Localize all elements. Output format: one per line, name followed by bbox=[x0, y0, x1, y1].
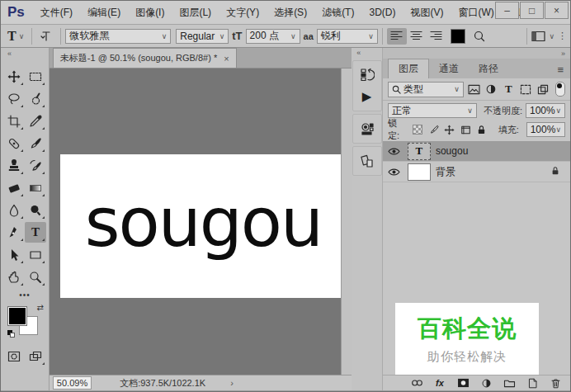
menu-layer[interactable]: 图层(L) bbox=[172, 2, 219, 24]
menu-view[interactable]: 视图(V) bbox=[403, 2, 451, 24]
eraser-tool[interactable] bbox=[3, 177, 25, 198]
text-layer-thumbnail[interactable]: T bbox=[408, 143, 431, 160]
options-overflow-icon[interactable]: ⋮ bbox=[558, 31, 567, 41]
history-panel-button[interactable] bbox=[356, 64, 378, 86]
add-layer-mask-button[interactable] bbox=[456, 377, 470, 389]
move-tool[interactable] bbox=[3, 66, 25, 87]
lock-artboard-button[interactable] bbox=[460, 124, 471, 136]
eyedropper-tool[interactable] bbox=[25, 111, 46, 131]
filter-adjustment-layers-button[interactable] bbox=[484, 83, 498, 97]
new-layer-button[interactable] bbox=[526, 377, 539, 389]
quick-selection-tool[interactable] bbox=[25, 88, 46, 109]
lock-transparency-button[interactable] bbox=[412, 124, 423, 136]
lock-pixels-button[interactable] bbox=[427, 124, 439, 136]
filter-smart-objects-button[interactable] bbox=[536, 83, 550, 97]
filter-type-layers-button[interactable]: T bbox=[502, 83, 516, 97]
menu-type[interactable]: 文字(Y) bbox=[219, 2, 267, 24]
default-colors-icon[interactable] bbox=[7, 330, 16, 338]
visibility-toggle[interactable] bbox=[386, 147, 403, 156]
menu-image[interactable]: 图像(I) bbox=[128, 2, 172, 24]
menu-filter[interactable]: 滤镜(T) bbox=[314, 2, 361, 24]
menu-file[interactable]: 文件(F) bbox=[33, 2, 80, 24]
actions-panel-button[interactable]: ▶ bbox=[356, 86, 378, 107]
document-canvas[interactable]: sougou bbox=[60, 154, 347, 298]
layer-row-sougou[interactable]: T sougou bbox=[383, 141, 570, 162]
quick-mask-button[interactable] bbox=[3, 346, 25, 366]
layer-name[interactable]: 背景 bbox=[436, 165, 550, 179]
clone-stamp-tool[interactable] bbox=[3, 155, 25, 176]
filter-pixel-layers-button[interactable] bbox=[467, 83, 481, 97]
font-size-select[interactable]: 200 点 ∨ bbox=[246, 29, 300, 44]
maximize-button[interactable]: □ bbox=[520, 2, 544, 19]
status-options-icon[interactable]: › bbox=[230, 378, 234, 388]
align-center-button[interactable] bbox=[407, 28, 427, 45]
history-brush-tool[interactable] bbox=[25, 155, 46, 176]
tab-layers[interactable]: 图层 bbox=[388, 59, 429, 78]
zoom-tool[interactable] bbox=[25, 267, 46, 287]
hand-tool[interactable] bbox=[3, 267, 25, 287]
path-selection-tool[interactable] bbox=[3, 244, 25, 265]
clone-source-panel-button[interactable] bbox=[356, 150, 378, 172]
filter-type-select[interactable]: 类型 ∨ bbox=[388, 82, 464, 97]
lock-position-button[interactable] bbox=[444, 124, 455, 136]
filter-shape-layers-button[interactable] bbox=[519, 83, 533, 97]
delete-layer-button[interactable] bbox=[549, 377, 562, 389]
font-style-select[interactable]: Regular ∨ bbox=[176, 29, 229, 44]
new-adjustment-layer-button[interactable] bbox=[479, 377, 493, 389]
swap-colors-icon[interactable]: ⇄ bbox=[37, 303, 44, 312]
layer-row-background[interactable]: 背景 bbox=[383, 162, 570, 182]
foreground-color-swatch[interactable] bbox=[7, 306, 27, 326]
font-family-select[interactable]: 微软雅黑 ∨ bbox=[65, 29, 171, 44]
background-layer-thumbnail[interactable] bbox=[408, 163, 431, 181]
text-color-swatch[interactable] bbox=[451, 29, 465, 44]
type-tool[interactable]: T bbox=[25, 222, 46, 243]
layer-name[interactable]: sougou bbox=[436, 145, 567, 157]
pen-tool[interactable] bbox=[3, 222, 25, 243]
edit-toolbar-button[interactable]: ••• bbox=[19, 290, 31, 300]
shape-tool[interactable] bbox=[25, 244, 46, 265]
marquee-tool[interactable] bbox=[25, 66, 46, 87]
fill-select[interactable]: 100% ∨ bbox=[526, 122, 565, 137]
blur-tool[interactable] bbox=[3, 200, 25, 220]
align-right-button[interactable] bbox=[427, 28, 446, 45]
filter-toggle-switch[interactable] bbox=[555, 82, 565, 97]
text-orientation-button[interactable] bbox=[36, 30, 56, 43]
crop-tool[interactable] bbox=[3, 111, 25, 131]
layer-style-button[interactable]: fx bbox=[433, 377, 446, 389]
anti-alias-select[interactable]: 锐利 ∨ bbox=[317, 29, 378, 44]
collapse-dock-icon[interactable]: » bbox=[561, 50, 565, 58]
opacity-select[interactable]: 100% ∨ bbox=[526, 103, 565, 118]
expand-panels-icon[interactable]: « bbox=[352, 48, 361, 58]
tab-paths[interactable]: 路径 bbox=[469, 59, 508, 78]
menu-3d[interactable]: 3D(D) bbox=[361, 2, 403, 24]
styles-panel-button[interactable] bbox=[356, 118, 378, 139]
tab-channels[interactable]: 通道 bbox=[429, 59, 469, 78]
collapse-tools-icon[interactable]: « bbox=[1, 48, 12, 59]
vertical-scrollbar[interactable] bbox=[341, 68, 352, 375]
brush-tool[interactable] bbox=[25, 133, 46, 153]
panel-menu-icon[interactable]: ≡ bbox=[557, 64, 564, 76]
canvas-pasteboard[interactable]: sougou bbox=[50, 68, 352, 375]
menu-edit[interactable]: 编辑(E) bbox=[80, 2, 128, 24]
toggle-panels-icon[interactable] bbox=[531, 31, 546, 42]
lasso-tool[interactable] bbox=[3, 88, 25, 109]
new-group-button[interactable] bbox=[503, 377, 516, 389]
tab-close-icon[interactable]: × bbox=[224, 54, 229, 64]
align-left-button[interactable] bbox=[387, 28, 407, 45]
visibility-toggle[interactable] bbox=[386, 168, 403, 177]
blend-mode-select[interactable]: 正常 ∨ bbox=[388, 103, 477, 118]
menu-select[interactable]: 选择(S) bbox=[267, 2, 314, 24]
minimize-button[interactable]: – bbox=[495, 2, 519, 19]
link-layers-button[interactable] bbox=[410, 377, 423, 389]
document-tab[interactable]: 未标题-1 @ 50.1% (sougou, RGB/8#) * × bbox=[53, 48, 237, 68]
warp-text-button[interactable] bbox=[470, 28, 489, 45]
gradient-tool[interactable] bbox=[25, 177, 46, 198]
screen-mode-button[interactable] bbox=[25, 346, 46, 366]
tool-preset-picker[interactable]: T ∨ bbox=[4, 29, 27, 44]
dodge-tool[interactable] bbox=[25, 200, 46, 220]
healing-brush-tool[interactable] bbox=[3, 133, 25, 153]
lock-all-button[interactable] bbox=[475, 124, 487, 136]
close-button[interactable]: × bbox=[545, 2, 569, 19]
zoom-level-field[interactable]: 50.09% bbox=[53, 376, 92, 390]
chevron-down-icon[interactable]: ∨ bbox=[549, 32, 554, 40]
